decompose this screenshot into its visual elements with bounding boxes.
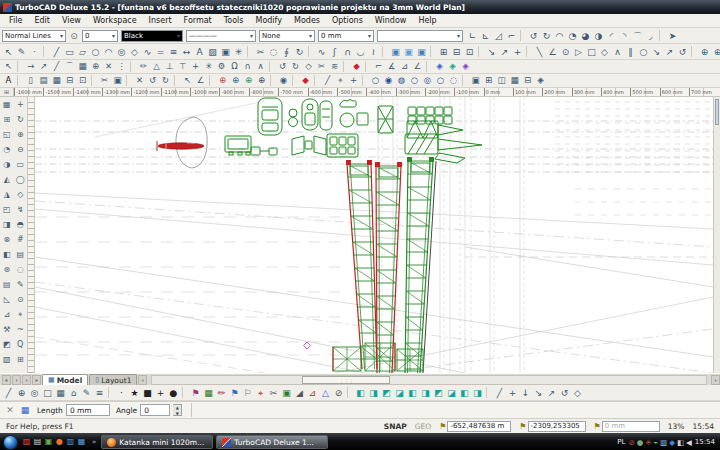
zoom-window-icon[interactable]: ▭ [14,157,27,172]
zoom-in-icon[interactable]: ⊕ [14,127,27,142]
small-circle-tool-icon[interactable]: ○ [637,46,650,58]
3d-hemisphere-icon[interactable]: ◱ [0,127,13,142]
aid-circle-icon[interactable]: ◎ [28,387,41,399]
arc-up-icon[interactable]: ◠ [553,30,566,42]
ucs-diamond-icon[interactable]: ◇ [571,387,584,399]
menu-file[interactable]: File [3,16,28,25]
view-cube-5-icon[interactable]: ◧ [406,387,419,399]
3d-wedge-icon[interactable]: ◭ [0,172,13,187]
zoom-out-icon[interactable]: ⊖ [14,142,27,157]
tangent-icon[interactable]: ⊤ [176,61,189,72]
menu-window[interactable]: Window [369,16,413,25]
lightning-icon[interactable]: ~ [14,322,27,337]
view-cube-4-icon[interactable]: ◪ [393,387,406,399]
view-cube-3-icon[interactable]: ◩ [380,387,393,399]
arc-q2-icon[interactable]: ◕ [579,30,592,42]
grid-mod-icon[interactable]: ▦ [76,61,89,72]
look-at-icon[interactable]: ↯ [14,202,27,217]
tab-nav-next-icon[interactable]: › [22,375,31,385]
menu-format[interactable]: Format [178,16,218,25]
tray-network-icon[interactable]: ◧ [677,438,684,447]
vee-mod-icon[interactable]: ∧ [254,61,267,72]
select-mode-icon[interactable]: ↖ [181,75,194,86]
quick-launch-overflow-icon[interactable]: » [90,438,98,446]
inspector-close-icon[interactable]: ✕ [4,405,16,415]
ucs-rotate-icon[interactable]: ↺ [558,387,571,399]
tray-volume-icon[interactable]: ◀ [686,438,692,447]
orbit-icon[interactable]: ↻ [14,112,27,127]
eye-icon[interactable]: ⊙ [14,292,27,307]
walk-icon[interactable]: ◓ [14,217,27,232]
aid-list-icon[interactable]: ≡ [93,387,106,399]
render-3-icon[interactable]: ○ [408,75,421,86]
open-file-icon[interactable]: ▤ [37,75,50,86]
line-tool-icon[interactable]: ╱ [50,46,63,58]
angle-field[interactable]: 0 [140,404,170,416]
ruler-origin-button[interactable]: ⊞ [0,88,14,97]
x-coordinate-field[interactable]: -652,487638 m [447,421,511,432]
tray-display-icon[interactable]: ▥ [660,438,667,447]
inspector-table-icon[interactable]: ▦ [19,405,31,415]
copy-icon[interactable]: ▣ [111,75,124,86]
explode-icon[interactable]: ⊟ [521,75,534,86]
tray-flag-icon[interactable]: ⊘ [628,438,634,447]
triangle-mod-icon[interactable]: △ [150,61,163,72]
iso-view-icon[interactable]: ⊟ [450,46,463,58]
point-square-icon[interactable]: ■ [141,387,154,399]
snap-plus2-icon[interactable]: + [347,75,360,86]
rotated-rect-tool-icon[interactable]: ▱ [76,46,89,58]
curve-s-icon[interactable]: ʃ [328,46,341,58]
gem-purple-icon[interactable]: ◈ [459,61,472,72]
ucs-plus-icon[interactable]: + [506,387,519,399]
hatch-dropdown[interactable]: None [259,30,315,42]
target-icon[interactable]: ⌖ [14,307,27,322]
arc-pan-icon[interactable]: ↺ [527,30,540,42]
arc-flat-icon[interactable]: ⌒ [631,30,644,42]
z-coordinate[interactable]: ⚑ 0 mm [594,421,660,432]
title-bar[interactable]: TurboCAD Deluxe 15.2 - [funtana v6 bezof… [0,0,720,14]
spline-tool-icon[interactable]: ∮ [280,46,293,58]
arc-half-icon[interactable]: ◑ [592,30,605,42]
gem-teal-icon[interactable]: ◈ [446,61,459,72]
globe-dark-icon[interactable]: ⊕ [255,75,268,86]
render-5-icon[interactable]: ○ [434,75,447,86]
aid-home-icon[interactable]: ⌂ [67,387,80,399]
dimension-tool-icon[interactable]: ↔ [180,46,193,58]
3d-revolve-icon[interactable]: ⊗ [0,232,13,247]
snap-select-icon[interactable]: ↖ [2,61,15,72]
x-coordinate[interactable]: ⚑ -652,487638 m [439,421,511,432]
quicklaunch-5-icon[interactable]: ▦ [76,436,87,448]
color-dropdown[interactable]: Black [121,30,183,42]
menu-help[interactable]: Help [412,16,442,25]
multiline-tool-icon[interactable]: ≡ [167,46,180,58]
rotate-tool-icon[interactable]: ↻ [293,46,306,58]
text-style-icon[interactable]: A [2,75,15,86]
select-tool-icon[interactable]: ↖ [2,46,15,58]
vertical-scrollbar-thumb[interactable] [715,99,719,125]
menu-modes[interactable]: Modes [288,16,326,25]
snap-vertex-icon[interactable]: ✏ [215,387,228,399]
new-file-icon[interactable]: ▯ [24,75,37,86]
front-view-icon[interactable]: ⊡ [463,46,476,58]
view-cube-1-icon[interactable]: ◧ [354,387,367,399]
point-star-icon[interactable]: ★ [128,387,141,399]
draw-mode-icon[interactable]: ✎ [14,277,27,292]
language-indicator[interactable]: PL [617,438,625,446]
menu-tools[interactable]: Tools [218,16,250,25]
aid-rect-icon[interactable]: □ [41,387,54,399]
zoom-full-icon[interactable]: ◯ [14,172,27,187]
3d-box-icon[interactable]: ▦ [0,97,13,112]
corner-meas-icon[interactable]: ⌐ [372,61,385,72]
query-icon[interactable]: Q [14,337,27,352]
ucs-line-icon[interactable]: ╱ [493,387,506,399]
render-wire-icon[interactable]: ○ [369,75,382,86]
ray-up-icon[interactable]: ↗ [663,46,676,58]
empty-dropdown[interactable] [377,30,463,42]
center-circle-tool-icon[interactable]: ⊙ [559,46,572,58]
perpendicular-icon[interactable]: ⊥ [163,61,176,72]
ucs-up-icon[interactable]: ↗ [545,387,558,399]
angle-snap-icon[interactable]: ⊾ [479,30,492,42]
nudge-dr-icon[interactable]: ↘ [485,46,498,58]
rectangle-tool-icon[interactable]: ▭ [63,46,76,58]
wave-mod-icon[interactable]: ≋ [328,61,341,72]
